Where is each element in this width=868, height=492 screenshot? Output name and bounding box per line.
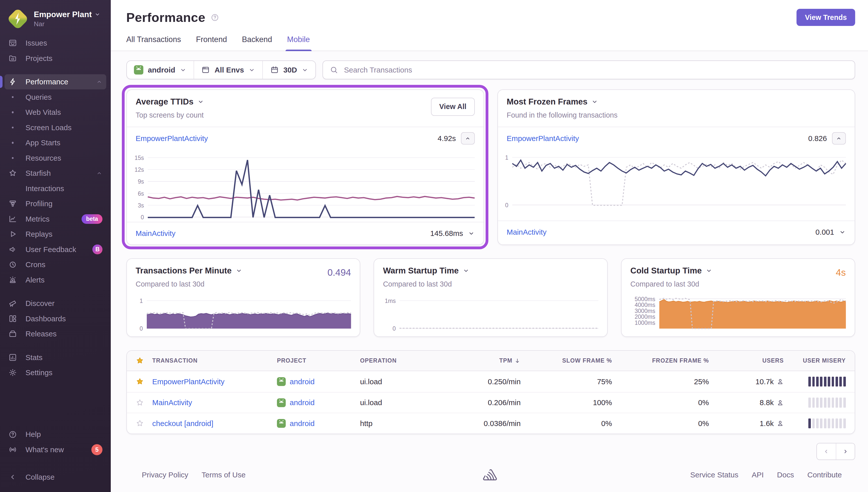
badge-beta: beta bbox=[81, 214, 102, 224]
sidebar-item-profiling[interactable]: Profiling bbox=[4, 196, 106, 212]
footer-link-docs[interactable]: Docs bbox=[777, 471, 794, 479]
sidebar-item-starfish[interactable]: Starfish bbox=[4, 166, 106, 181]
star-outline-icon[interactable] bbox=[136, 399, 152, 407]
environment-filter[interactable]: All Envs bbox=[194, 61, 262, 79]
tab-all-transactions[interactable]: All Transactions bbox=[126, 35, 181, 51]
frozen-frames-title-row[interactable]: Most Frozen Frames bbox=[507, 97, 846, 106]
project-filter[interactable]: android bbox=[127, 61, 194, 79]
column-label: USERS bbox=[762, 357, 784, 364]
column-header-operation[interactable]: OPERATION bbox=[360, 357, 454, 364]
chevron-down-icon bbox=[591, 98, 598, 105]
sidebar-item-replays[interactable]: Replays bbox=[4, 227, 106, 242]
sidebar-item-stats[interactable]: Stats bbox=[4, 350, 106, 365]
chart-plot-area bbox=[659, 295, 846, 328]
view-all-button[interactable]: View All bbox=[431, 98, 475, 116]
project-link[interactable]: android bbox=[290, 377, 315, 386]
chevron-left-icon bbox=[823, 448, 829, 455]
tab-mobile[interactable]: Mobile bbox=[287, 35, 310, 51]
org-logo bbox=[8, 9, 28, 29]
avg-ttids-card-header: Average TTIDs Top screens by count View … bbox=[127, 90, 484, 127]
footer-link-api[interactable]: API bbox=[752, 471, 764, 479]
sidebar-item-crons[interactable]: Crons bbox=[4, 257, 106, 272]
search-input[interactable] bbox=[343, 65, 848, 75]
cold-startup-title-row[interactable]: Cold Startup Time bbox=[630, 266, 846, 275]
sidebar-item-label: Releases bbox=[25, 329, 102, 338]
org-switcher[interactable]: Empower Plant Nar bbox=[0, 5, 111, 35]
transaction-link[interactable]: EmpowerPlantActivity bbox=[152, 377, 225, 386]
collapse-toggle-button[interactable] bbox=[461, 132, 475, 144]
transaction-link[interactable]: MainActivity bbox=[136, 229, 430, 238]
column-header-frozen[interactable]: FROZEN FRAME % bbox=[612, 357, 709, 364]
column-header-project[interactable]: PROJECT bbox=[277, 357, 360, 364]
date-range-filter[interactable]: 30D bbox=[263, 61, 315, 79]
sidebar-item-settings[interactable]: Settings bbox=[4, 365, 106, 380]
tab-backend[interactable]: Backend bbox=[242, 35, 272, 51]
sidebar-item-releases[interactable]: Releases bbox=[4, 326, 106, 342]
sidebar-item-what-s-new[interactable]: What's new5 bbox=[4, 442, 106, 458]
project-link[interactable]: android bbox=[290, 419, 315, 428]
replays-icon bbox=[8, 230, 17, 239]
transaction-link[interactable]: MainActivity bbox=[152, 398, 192, 407]
transaction-value: 0.001 bbox=[815, 228, 834, 237]
warm-startup-title-row[interactable]: Warm Startup Time bbox=[383, 266, 598, 275]
sidebar-collapse-button[interactable]: Collapse bbox=[4, 470, 106, 485]
footer-link-contribute[interactable]: Contribute bbox=[807, 471, 842, 479]
transaction-link[interactable]: MainActivity bbox=[507, 228, 815, 237]
sidebar-item-queries[interactable]: Queries bbox=[4, 90, 106, 105]
chevron-down-icon bbox=[302, 67, 308, 73]
sidebar-section: PerformanceQueriesWeb VitalsScreen Loads… bbox=[4, 74, 106, 288]
sidebar-item-resources[interactable]: Resources bbox=[4, 150, 106, 166]
star-outline-icon[interactable] bbox=[136, 419, 152, 427]
sidebar-item-label: Help bbox=[25, 430, 102, 439]
main-area: Performance View Trends All Transactions… bbox=[111, 0, 868, 492]
pagination bbox=[126, 443, 855, 460]
sidebar-item-performance[interactable]: Performance bbox=[4, 74, 106, 90]
transactions-table: TRANSACTIONPROJECTOPERATIONTPMSLOW FRAME… bbox=[126, 350, 855, 434]
y-tick-label: 6s bbox=[138, 191, 144, 196]
expand-toggle[interactable] bbox=[468, 230, 475, 237]
footer-link-terms-of-use[interactable]: Terms of Use bbox=[202, 471, 246, 479]
tpm-title-row[interactable]: Transactions Per Minute bbox=[136, 266, 351, 275]
sidebar-item-metrics[interactable]: Metricsbeta bbox=[4, 211, 106, 227]
sidebar-item-help[interactable]: Help bbox=[4, 427, 106, 442]
sidebar-item-alerts[interactable]: Alerts bbox=[4, 272, 106, 288]
help-circle-icon[interactable] bbox=[210, 13, 219, 22]
crons-icon bbox=[8, 260, 17, 269]
pagination-prev-button[interactable] bbox=[817, 443, 836, 460]
profiling-icon bbox=[8, 199, 17, 208]
transaction-link[interactable]: EmpowerPlantActivity bbox=[136, 134, 437, 143]
transaction-summary-row: MainActivity 145.68ms bbox=[127, 222, 484, 245]
tab-frontend[interactable]: Frontend bbox=[196, 35, 227, 51]
column-header-users[interactable]: USERS bbox=[709, 357, 784, 364]
star-filled-icon[interactable] bbox=[136, 377, 152, 386]
project-link[interactable]: android bbox=[290, 398, 315, 407]
sidebar-item-discover[interactable]: Discover bbox=[4, 296, 106, 311]
transaction-link[interactable]: EmpowerPlantActivity bbox=[507, 134, 808, 143]
misery-bar bbox=[824, 398, 826, 408]
collapse-toggle-button[interactable] bbox=[832, 132, 846, 144]
chart-plot-area bbox=[148, 152, 475, 218]
table-row: MainActivityandroidui.load0.206/min100%0… bbox=[127, 392, 854, 413]
expand-toggle[interactable] bbox=[839, 229, 846, 236]
sidebar-item-projects[interactable]: Projects bbox=[4, 51, 106, 66]
transaction-link[interactable]: checkout [android] bbox=[152, 419, 213, 427]
sidebar-item-dashboards[interactable]: Dashboards bbox=[4, 311, 106, 326]
sidebar-item-issues[interactable]: Issues bbox=[4, 35, 106, 51]
sidebar-item-app-starts[interactable]: App Starts bbox=[4, 135, 106, 151]
chevron-down-icon bbox=[180, 67, 186, 73]
column-header-slow[interactable]: SLOW FRAME % bbox=[520, 357, 612, 364]
footer-link-service-status[interactable]: Service Status bbox=[690, 471, 738, 479]
sidebar-item-web-vitals[interactable]: Web Vitals bbox=[4, 105, 106, 120]
column-header-misery[interactable]: USER MISERY bbox=[784, 357, 846, 364]
sidebar-item-user-feedback[interactable]: User FeedbackB bbox=[4, 242, 106, 257]
column-header-tpm[interactable]: TPM bbox=[454, 357, 520, 364]
column-header-star[interactable] bbox=[136, 356, 152, 365]
column-header-transaction[interactable]: TRANSACTION bbox=[152, 357, 277, 364]
view-trends-button[interactable]: View Trends bbox=[796, 9, 855, 26]
footer-link-privacy-policy[interactable]: Privacy Policy bbox=[142, 471, 188, 479]
sidebar-item-interactions[interactable]: Interactions bbox=[4, 181, 106, 196]
sidebar-item-screen-loads[interactable]: Screen Loads bbox=[4, 120, 106, 135]
avg-ttids-title-row[interactable]: Average TTIDs bbox=[136, 97, 475, 106]
misery-bar bbox=[812, 398, 815, 408]
pagination-next-button[interactable] bbox=[836, 443, 854, 460]
